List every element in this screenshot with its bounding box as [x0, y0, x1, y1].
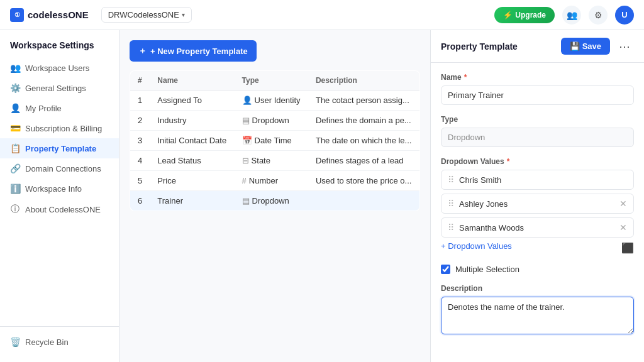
- name-field-label: Name *: [441, 73, 634, 82]
- sidebar-item-label: Workspace Users: [25, 63, 89, 73]
- gear-icon[interactable]: ⚙: [589, 6, 608, 25]
- panel-body: Name * Type Dropdown Values * ⠿: [431, 63, 644, 362]
- billing-icon: 💳: [10, 123, 20, 133]
- sidebar-item-recycle-bin[interactable]: 🗑️ Recycle Bin: [0, 332, 119, 352]
- dropdown-value-row: ⠿ Chris Smith: [441, 170, 634, 190]
- workspace-name: DRWCodelessONE: [108, 10, 179, 19]
- table-row[interactable]: 5 Price #Number Used to store the price …: [130, 171, 420, 191]
- row-desc: Used to store the price o...: [308, 171, 420, 191]
- row-desc: The cotact person assig...: [308, 90, 420, 111]
- right-panel: Property Template 💾 Save ⋯ Name *: [430, 30, 644, 362]
- dropdown-value-text: Chris Smith: [459, 175, 627, 185]
- row-type: 📅Date Time: [235, 131, 308, 151]
- dropdown-value-row: ⠿ Samantha Woods ✕: [441, 217, 634, 238]
- type-icon: ▤: [242, 116, 250, 125]
- delete-value-button[interactable]: ✕: [619, 199, 627, 209]
- template-icon: 📋: [10, 143, 20, 153]
- user-avatar[interactable]: U: [615, 6, 634, 25]
- dropdown-values-label: Dropdown Values *: [441, 157, 634, 166]
- save-label: Save: [582, 41, 601, 51]
- row-desc: The date on which the le...: [308, 131, 420, 151]
- description-field-label: Description: [441, 284, 634, 293]
- multiple-selection-label: Multiple Selection: [455, 265, 519, 274]
- table-row[interactable]: 6 Trainer ▤Dropdown: [130, 191, 420, 211]
- type-icon: 📅: [242, 136, 252, 145]
- sidebar-item-label: Subscription & Billing: [25, 124, 102, 133]
- row-desc: Defines stages of a lead: [308, 151, 420, 171]
- panel-title: Property Template: [441, 41, 518, 52]
- chevron-down-icon: ▾: [182, 11, 185, 18]
- person-icon: 👤: [10, 103, 20, 113]
- sidebar-item-my-profile[interactable]: 👤 My Profile: [0, 98, 119, 118]
- drag-handle-icon[interactable]: ⠿: [448, 222, 454, 233]
- link-icon: 🔗: [10, 163, 20, 173]
- description-field-group: Description Denotes the name of the trai…: [441, 284, 634, 336]
- type-icon: ⊟: [242, 156, 249, 165]
- name-field-group: Name *: [441, 73, 634, 105]
- table-row[interactable]: 2 Industry ▤Dropdown Defines the domain …: [130, 111, 420, 131]
- row-num: 1: [130, 90, 150, 111]
- multiple-selection-row: Multiple Selection: [441, 265, 634, 274]
- row-name: Assigned To: [150, 90, 234, 111]
- sidebar-item-general-settings[interactable]: ⚙️ General Settings: [0, 78, 119, 98]
- sidebar-item-workspace-users[interactable]: 👥 Workspace Users: [0, 58, 119, 78]
- type-icon: ▤: [242, 196, 250, 206]
- import-icon[interactable]: ⬛: [621, 242, 634, 254]
- sidebar-item-subscription-billing[interactable]: 💳 Subscription & Billing: [0, 118, 119, 138]
- row-num: 3: [130, 131, 150, 151]
- sidebar-item-label: Recycle Bin: [25, 337, 69, 347]
- topnav: ① codelessONE DRWCodelessONE ▾ ⚡ Upgrade…: [0, 0, 644, 30]
- row-desc: Defines the domain a pe...: [308, 111, 420, 131]
- dropdown-value-text: Samantha Woods: [459, 223, 614, 233]
- new-btn-label: + New Property Template: [150, 47, 248, 56]
- sidebar-item-label: Domain Connections: [25, 164, 101, 173]
- row-name: Initial Contact Date: [150, 131, 234, 151]
- circle-info-icon: ⓘ: [10, 204, 20, 215]
- drag-handle-icon[interactable]: ⠿: [448, 175, 454, 185]
- save-button[interactable]: 💾 Save: [561, 38, 610, 55]
- workspace-selector[interactable]: DRWCodelessONE ▾: [101, 7, 192, 23]
- more-options-button[interactable]: ⋯: [615, 40, 634, 53]
- panel-header: Property Template 💾 Save ⋯: [431, 30, 644, 63]
- bolt-icon: ⚡: [503, 11, 513, 19]
- sidebar-bottom: 🗑️ Recycle Bin: [0, 326, 119, 352]
- type-field-label: Type: [441, 115, 634, 124]
- row-num: 2: [130, 111, 150, 131]
- dropdown-value-row: ⠿ Ashley Jones ✕: [441, 194, 634, 214]
- add-dropdown-values-button[interactable]: + Dropdown Values: [441, 241, 512, 251]
- table-row[interactable]: 1 Assigned To 👤User Identity The cotact …: [130, 90, 420, 111]
- sidebar-item-property-template[interactable]: 📋 Property Template: [0, 138, 119, 158]
- multiple-selection-checkbox[interactable]: [441, 265, 450, 274]
- required-indicator: *: [464, 73, 467, 82]
- logo-text: codelessONE: [28, 9, 89, 20]
- name-input[interactable]: [441, 85, 634, 105]
- row-num: 6: [130, 191, 150, 211]
- drag-handle-icon[interactable]: ⠿: [448, 199, 454, 209]
- row-name: Trainer: [150, 191, 234, 211]
- logo-icon: ①: [10, 8, 24, 22]
- sidebar-item-label: General Settings: [25, 84, 86, 93]
- upgrade-button[interactable]: ⚡ Upgrade: [494, 7, 555, 23]
- type-input: [441, 128, 634, 147]
- sidebar-item-label: Workspace Info: [25, 184, 82, 194]
- col-num: #: [130, 71, 150, 90]
- description-textarea[interactable]: Denotes the name of the trainer.: [441, 297, 634, 334]
- sidebar-item-about-codelessone[interactable]: ⓘ About CodelessONE: [0, 199, 119, 220]
- gear-icon: ⚙️: [10, 83, 20, 93]
- table-row[interactable]: 3 Initial Contact Date 📅Date Time The da…: [130, 131, 420, 151]
- sidebar-item-domain-connections[interactable]: 🔗 Domain Connections: [0, 158, 119, 178]
- main-content: ＋ + New Property Template # Name Type De…: [119, 30, 430, 362]
- row-type: #Number: [235, 171, 308, 191]
- sidebar-title: Workspace Settings: [0, 40, 119, 58]
- new-property-template-button[interactable]: ＋ + New Property Template: [130, 40, 257, 62]
- sidebar-item-workspace-info[interactable]: ℹ️ Workspace Info: [0, 178, 119, 199]
- sidebar-item-label: Property Template: [25, 144, 96, 153]
- type-field-group: Type: [441, 115, 634, 147]
- delete-value-button[interactable]: ✕: [619, 222, 627, 233]
- plus-icon: ＋: [138, 45, 147, 57]
- row-name: Industry: [150, 111, 234, 131]
- sidebar: Workspace Settings 👥 Workspace Users ⚙️ …: [0, 30, 119, 362]
- table-row[interactable]: 4 Lead Status ⊟State Defines stages of a…: [130, 151, 420, 171]
- users-icon[interactable]: 👥: [562, 6, 581, 25]
- row-name: Lead Status: [150, 151, 234, 171]
